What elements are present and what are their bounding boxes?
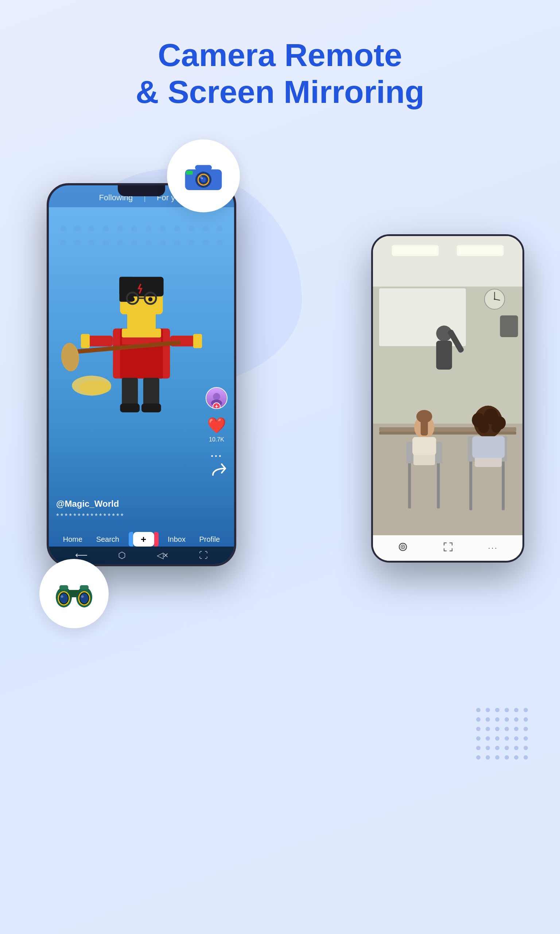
- dots-grid: [476, 708, 528, 760]
- svg-point-42: [146, 240, 152, 246]
- fullscreen-icon[interactable]: ⛶: [199, 550, 208, 560]
- svg-rect-118: [444, 543, 445, 546]
- svg-point-104: [491, 422, 502, 433]
- more-action[interactable]: ···: [211, 450, 222, 462]
- svg-rect-5: [195, 165, 212, 171]
- svg-point-36: [60, 240, 66, 246]
- svg-rect-6: [186, 171, 192, 175]
- phone-right: ···: [371, 234, 524, 563]
- svg-rect-80: [457, 245, 504, 256]
- svg-rect-63: [81, 334, 90, 348]
- svg-point-41: [132, 240, 137, 246]
- svg-point-39: [103, 240, 109, 246]
- svg-point-14: [60, 593, 68, 603]
- svg-rect-120: [452, 543, 452, 546]
- page-title: Camera Remote & Screen Mirroring: [106, 37, 454, 110]
- svg-rect-71: [120, 404, 140, 412]
- camera-bubble: [167, 139, 240, 212]
- svg-rect-72: [142, 404, 161, 412]
- phone-right-more-icon[interactable]: ···: [488, 543, 498, 553]
- phones-container: Following | For you +: [25, 139, 535, 832]
- heart-icon[interactable]: ❤️: [207, 416, 226, 434]
- more-dots-icon[interactable]: ···: [211, 450, 222, 462]
- follow-plus-badge[interactable]: +: [212, 402, 221, 409]
- like-action[interactable]: ❤️ 10.7K: [207, 416, 226, 443]
- svg-point-9: [201, 178, 203, 179]
- svg-point-43: [160, 240, 166, 246]
- svg-rect-21: [59, 585, 68, 590]
- svg-point-15: [61, 595, 63, 598]
- phone-left: Following | For you +: [47, 183, 236, 566]
- svg-rect-124: [452, 549, 452, 551]
- svg-point-28: [117, 226, 123, 232]
- nav-plus-button[interactable]: +: [133, 532, 154, 547]
- phone-right-nav: ···: [373, 535, 522, 561]
- username-label: @Magic_World: [56, 499, 227, 509]
- share-icon: [209, 461, 227, 479]
- svg-point-45: [188, 240, 194, 246]
- svg-point-103: [478, 422, 489, 433]
- svg-point-116: [402, 546, 404, 548]
- nav-inbox[interactable]: Inbox: [168, 535, 186, 544]
- svg-point-38: [89, 240, 94, 246]
- svg-point-34: [203, 226, 209, 232]
- svg-point-33: [188, 226, 194, 232]
- plus-icon: +: [141, 534, 146, 545]
- svg-rect-122: [444, 549, 445, 551]
- svg-point-68: [79, 381, 111, 395]
- svg-point-18: [81, 595, 84, 598]
- stack-icon[interactable]: ⬡: [118, 550, 126, 560]
- nav-search[interactable]: Search: [96, 535, 119, 544]
- svg-point-30: [146, 226, 152, 232]
- creator-avatar[interactable]: +: [206, 387, 228, 409]
- nav-home[interactable]: Home: [63, 535, 82, 544]
- svg-point-58: [148, 297, 153, 302]
- svg-rect-96: [502, 460, 505, 510]
- svg-rect-64: [193, 334, 202, 348]
- title-line1: Camera Remote: [158, 37, 402, 73]
- svg-point-44: [174, 240, 180, 246]
- phone-right-refresh-icon[interactable]: [397, 541, 408, 555]
- svg-point-26: [89, 226, 94, 232]
- svg-point-47: [217, 240, 223, 246]
- avatar-action[interactable]: +: [206, 387, 228, 409]
- svg-rect-79: [392, 245, 439, 256]
- bottom-nav: Home Search + Inbox Profile: [49, 532, 234, 547]
- binoculars-icon: [52, 577, 96, 610]
- svg-rect-105: [472, 436, 505, 458]
- svg-rect-90: [436, 341, 452, 370]
- svg-rect-113: [412, 437, 436, 455]
- phone-right-fullscreen-icon[interactable]: [443, 541, 454, 555]
- classroom-scene: [373, 236, 522, 561]
- nav-profile[interactable]: Profile: [199, 535, 220, 544]
- svg-point-27: [103, 226, 109, 232]
- svg-point-37: [74, 240, 80, 246]
- caption-text: ****************: [56, 512, 227, 520]
- svg-point-24: [60, 226, 66, 232]
- svg-rect-95: [469, 460, 472, 510]
- svg-rect-69: [122, 378, 138, 407]
- svg-rect-107: [437, 462, 440, 509]
- svg-rect-106: [408, 462, 411, 509]
- svg-point-32: [174, 226, 180, 232]
- svg-rect-112: [421, 416, 428, 436]
- svg-rect-88: [500, 316, 518, 337]
- svg-point-57: [131, 297, 135, 302]
- svg-point-25: [74, 226, 80, 232]
- binoculars-bubble: [39, 559, 109, 628]
- svg-point-40: [117, 240, 123, 246]
- svg-point-31: [160, 226, 166, 232]
- phone-right-content: ···: [373, 236, 522, 561]
- svg-rect-22: [80, 585, 89, 590]
- title-line2: & Screen Mirroring: [135, 74, 425, 110]
- phone-left-bottom: @Magic_World ****************: [49, 499, 234, 520]
- svg-point-73: [213, 393, 220, 400]
- svg-point-17: [80, 593, 88, 603]
- svg-point-35: [217, 226, 223, 232]
- share-action[interactable]: [209, 461, 227, 480]
- svg-rect-70: [143, 378, 159, 407]
- right-actions: + ❤️ 10.7K ···: [206, 387, 228, 462]
- volume-icon[interactable]: ◁×: [157, 550, 168, 560]
- phone-notch: [118, 185, 165, 196]
- like-count: 10.7K: [209, 436, 224, 443]
